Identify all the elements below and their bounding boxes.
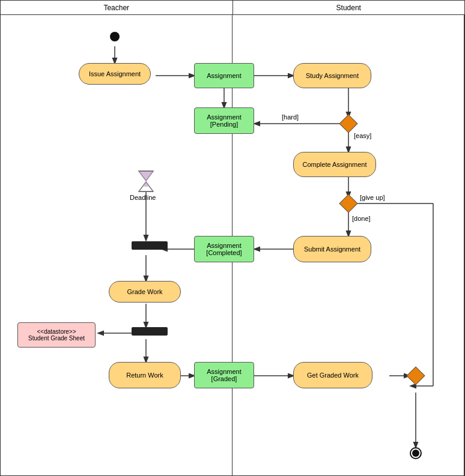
swimlane-header: Teacher Student bbox=[1, 1, 464, 15]
diagram-container: Teacher Student bbox=[0, 0, 465, 476]
end-node bbox=[410, 447, 422, 459]
start-node bbox=[110, 32, 120, 41]
done-label: [done] bbox=[352, 215, 371, 222]
diamond2-node bbox=[342, 197, 355, 210]
assignment-object-node: Assignment bbox=[194, 63, 254, 88]
diamond3-node bbox=[409, 369, 422, 382]
bar1-node bbox=[132, 241, 168, 250]
deadline-hourglass bbox=[136, 170, 156, 194]
complete-assignment-node: Complete Assignment bbox=[293, 152, 376, 177]
return-work-node: Return Work bbox=[109, 362, 181, 388]
hard-label: [hard] bbox=[282, 113, 299, 121]
student-lane-title: Student bbox=[233, 1, 465, 14]
assignment-pending-node: Assignment [Pending] bbox=[194, 107, 254, 134]
submit-assignment-node: Submit Assignment bbox=[293, 236, 371, 262]
teacher-lane-title: Teacher bbox=[1, 1, 233, 14]
study-assignment-node: Study Assignment bbox=[293, 63, 371, 88]
easy-label: [easy] bbox=[354, 132, 371, 139]
grade-work-node: Grade Work bbox=[109, 281, 181, 303]
give-up-label: [give up] bbox=[360, 194, 385, 201]
assignment-graded-node: Assignment [Graded] bbox=[194, 362, 254, 388]
svg-marker-25 bbox=[139, 171, 153, 181]
end-node-inner bbox=[412, 450, 419, 457]
bar2-node bbox=[132, 327, 168, 336]
student-grade-sheet-node: <<datastore>> Student Grade Sheet bbox=[17, 322, 96, 348]
assignment-completed-node: Assignment [Completed] bbox=[194, 236, 254, 262]
issue-assignment-node: Issue Assignment bbox=[79, 63, 151, 85]
diamond1-node bbox=[342, 117, 355, 130]
swimlane-body: Issue Assignment Assignment Study Assign… bbox=[1, 15, 464, 476]
deadline-label: Deadline bbox=[130, 194, 156, 201]
get-graded-work-node: Get Graded Work bbox=[293, 362, 372, 388]
